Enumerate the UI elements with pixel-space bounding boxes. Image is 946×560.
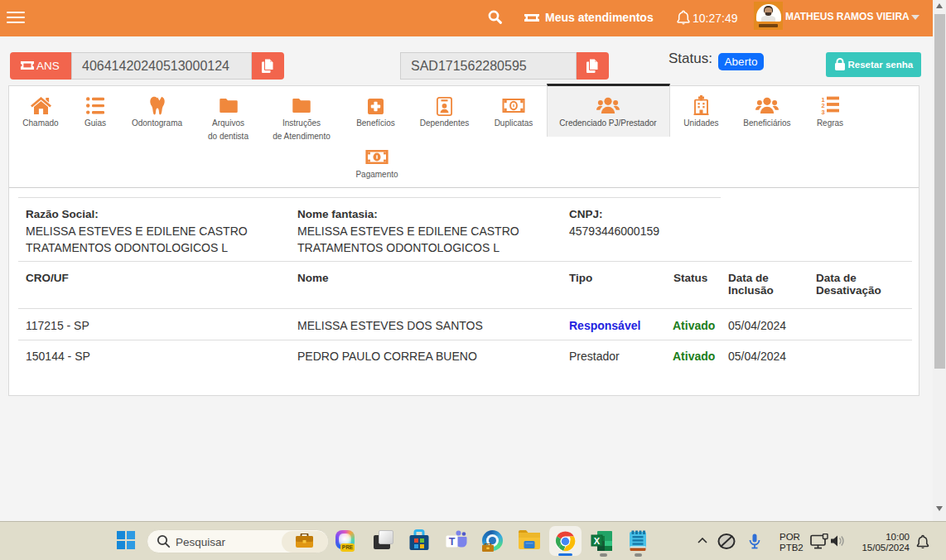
svg-text:X: X bbox=[594, 536, 601, 546]
svg-text:3: 3 bbox=[822, 108, 825, 114]
svg-text:T: T bbox=[449, 536, 456, 548]
